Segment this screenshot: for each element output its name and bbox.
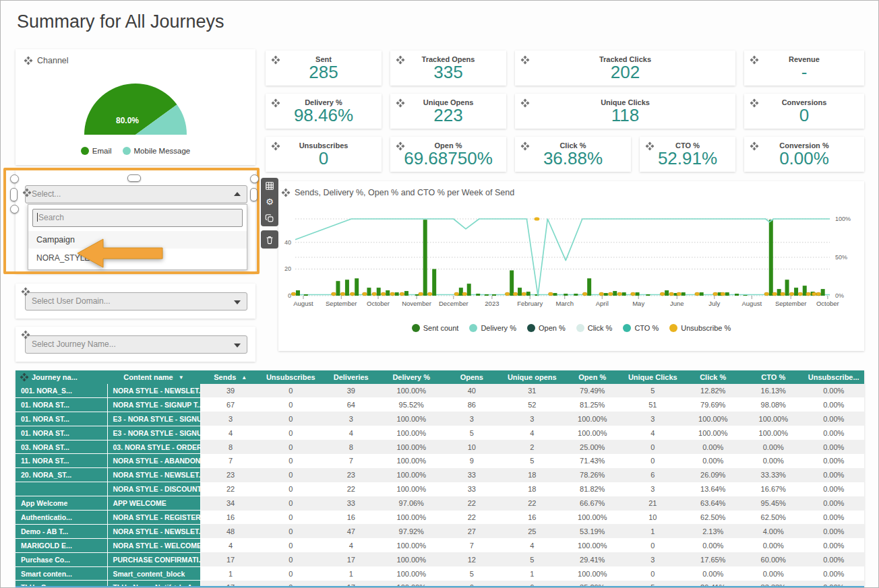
campaign-select[interactable]: Select...	[25, 185, 247, 203]
mobile-legend-dot	[123, 147, 131, 155]
move-icon[interactable]	[22, 188, 32, 197]
resize-handle[interactable]	[250, 174, 259, 183]
column-header-unique-clicks[interactable]: Unique Clicks	[623, 370, 684, 384]
move-icon[interactable]	[21, 287, 30, 296]
search-input[interactable]: Search	[32, 209, 243, 227]
column-header-sends[interactable]: Sends▲	[200, 370, 261, 384]
column-header-opens[interactable]: Opens	[442, 370, 502, 384]
legend-item-delivery-[interactable]: Delivery %	[469, 324, 516, 332]
value-cell: 3	[502, 412, 563, 426]
value-cell: 39	[321, 384, 382, 397]
value-cell: 60.00%	[744, 552, 804, 566]
column-header-cto-[interactable]: CTO %	[744, 370, 804, 384]
move-icon[interactable]	[520, 98, 530, 108]
value-cell: 100.00%	[562, 566, 623, 581]
move-icon[interactable]	[750, 98, 759, 108]
column-header-unsubscribes[interactable]: Unsubscribes	[261, 370, 322, 384]
name-cell: App Welcome	[16, 496, 107, 511]
journeys-table-widget: Journey na...Content name▼Sends▲Unsubscr…	[16, 370, 864, 588]
chevron-down-icon	[234, 344, 241, 348]
move-icon[interactable]	[396, 141, 405, 151]
resize-handle[interactable]	[10, 174, 19, 183]
table-row: 03. NORA ST...03. NORA STYLE - ORDER...8…	[16, 440, 864, 454]
legend-item-open-[interactable]: Open %	[527, 324, 566, 332]
value-cell: 0.00%	[744, 538, 804, 552]
table-row: App WelcomeAPP WELCOME3403397.06%222266.…	[16, 496, 864, 511]
move-icon[interactable]	[21, 330, 30, 339]
pie-legend-mobile: Mobile Message	[123, 147, 191, 155]
kpi-cto-pct: CTO %52.91%	[640, 137, 735, 172]
table-grid-icon[interactable]	[265, 181, 274, 191]
svg-text:November: November	[402, 300, 431, 307]
svg-text:May: May	[632, 300, 644, 307]
trash-icon[interactable]	[265, 235, 274, 244]
settings-gear-icon[interactable]: ⚙	[266, 197, 274, 206]
column-header-deliveries[interactable]: Deliveries	[321, 370, 382, 384]
move-icon[interactable]	[520, 55, 530, 65]
pie-legend-email: Email	[81, 147, 112, 155]
move-icon[interactable]	[520, 141, 530, 151]
value-cell: 3	[321, 412, 382, 426]
kpi-unique-opens: Unique Opens223	[390, 94, 506, 129]
resize-handle[interactable]	[10, 205, 19, 214]
value-cell: 21	[623, 496, 684, 511]
chevron-down-icon	[234, 300, 241, 304]
column-header-open-[interactable]: Open %	[562, 370, 623, 384]
value-cell: 25	[502, 524, 563, 538]
move-icon[interactable]	[750, 55, 759, 65]
move-icon[interactable]	[396, 55, 405, 65]
value-cell: 53.19%	[562, 524, 623, 538]
resize-handle[interactable]	[127, 174, 141, 182]
name-cell: NORA STYLE - NEWSLET...	[107, 468, 200, 482]
column-header-unsubscribe-[interactable]: Unsubscribe...	[804, 370, 864, 384]
value-cell: 2	[502, 440, 563, 454]
value-cell: 100.00%	[744, 412, 804, 426]
kpi-unique-clicks: Unique Clicks118	[515, 94, 735, 129]
dashboard-page: Summary for All Journeys Channel 80.0% E…	[0, 0, 879, 588]
table-row: Authenticatio...NORA STYLE - REGISTER ..…	[16, 511, 864, 525]
journey-name-select[interactable]: Select Journey Name...	[25, 335, 247, 354]
value-cell: 100.00%	[382, 454, 442, 468]
value-cell: 4	[502, 426, 563, 440]
column-header-content-name[interactable]: Content name▼	[107, 370, 200, 384]
value-cell: 0	[261, 440, 322, 454]
move-icon[interactable]	[750, 141, 759, 151]
move-icon[interactable]	[271, 55, 280, 65]
value-cell: 1	[502, 566, 563, 581]
legend-item-cto-[interactable]: CTO %	[623, 324, 659, 332]
value-cell: 17.65%	[683, 552, 744, 566]
move-icon[interactable]	[396, 98, 405, 108]
column-header-click-[interactable]: Click %	[683, 370, 744, 384]
move-icon[interactable]	[645, 141, 655, 151]
legend-item-sent-count[interactable]: Sent count	[412, 324, 459, 332]
move-icon[interactable]	[281, 188, 291, 197]
value-cell: 97.92%	[382, 524, 442, 538]
resize-handle[interactable]	[250, 188, 257, 201]
value-cell: 0	[261, 511, 322, 525]
name-cell: Smart conten...	[16, 566, 107, 581]
move-icon[interactable]	[271, 98, 280, 108]
kpi-tracked-clicks: Tracked Clicks202	[515, 51, 735, 86]
name-cell: Purchase Co...	[16, 552, 107, 566]
value-cell: 9	[442, 454, 502, 468]
move-icon[interactable]	[20, 372, 29, 382]
move-icon[interactable]	[271, 141, 280, 151]
value-cell: 12	[442, 552, 502, 566]
value-cell: 18	[502, 468, 563, 482]
text-caret	[37, 213, 38, 222]
sort-asc-icon: ▲	[241, 374, 247, 381]
user-domain-select[interactable]: Select User Domain...	[25, 292, 247, 311]
duplicate-icon[interactable]	[265, 214, 274, 223]
svg-text:August: August	[742, 300, 762, 307]
column-header-delivery-[interactable]: Delivery %	[382, 370, 442, 384]
column-header-unique-opens[interactable]: Unique opens	[502, 370, 563, 384]
value-cell: 25.00%	[562, 440, 623, 454]
value-cell: 23	[321, 468, 382, 482]
legend-item-click-[interactable]: Click %	[576, 324, 613, 332]
column-header-journey-na-[interactable]: Journey na...	[16, 370, 107, 384]
legend-item-unsubscribe-[interactable]: Unsubscribe %	[669, 324, 731, 332]
name-cell: 03. NORA ST...	[16, 440, 107, 454]
move-icon[interactable]	[24, 56, 33, 65]
resize-handle[interactable]	[10, 188, 18, 201]
name-cell: 03. NORA STYLE - ORDER...	[107, 440, 200, 454]
